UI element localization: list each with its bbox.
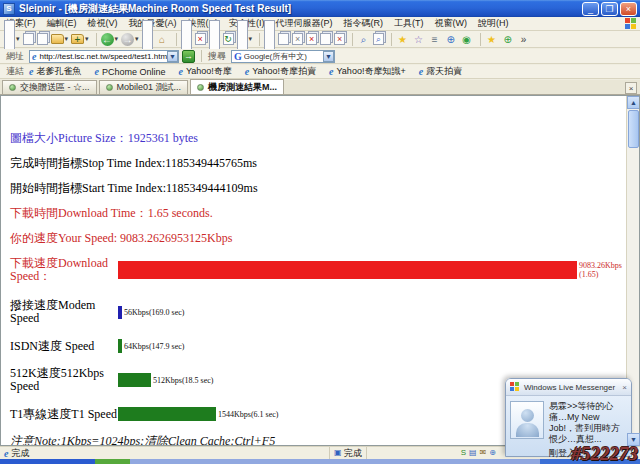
url-input[interactable]: e http://test.lsc.net.tw/speed/test1.htm… [29, 50, 179, 63]
speed-bar [118, 306, 122, 319]
link-item-0[interactable]: e老爹孔雀魚 [29, 65, 81, 78]
menu-item-7[interactable]: 指令碼(R) [344, 17, 384, 30]
status-text-left: 完成 [11, 447, 29, 460]
link-item-1[interactable]: ePChome Online [94, 66, 165, 77]
link-item-4[interactable]: eYahoo!奇摩知識+ [329, 65, 406, 78]
sleipnir-app-icon: S [3, 3, 15, 15]
toolbar-overflow-button[interactable]: » [517, 32, 530, 47]
speed-bar [118, 261, 577, 279]
globe-status-icon[interactable]: ⊕ [489, 448, 496, 458]
result-line-4: 你的速度Your Speed: 9083.2626953125Kbps [10, 232, 639, 244]
new-folder-button[interactable]: +▾ [71, 32, 89, 47]
search-input[interactable]: G Google(所有中文) ▼ [231, 50, 335, 63]
links-bar: 連結 e老爹孔雀魚ePChome OnlineeYahoo!奇摩eYahoo!奇… [0, 65, 640, 79]
speed-bar-row-1: 撥接速度Modem Speed56Kbps(169.0 sec) [10, 299, 639, 325]
stop-all-button[interactable]: × [195, 32, 206, 47]
watermark-text: #522273 [572, 443, 639, 464]
tab-label: 機房測速結果M... [208, 81, 277, 94]
speed-value-sublabel: (1.65) [579, 270, 622, 279]
import-page-button[interactable]: ↑ [142, 32, 153, 47]
tab-1[interactable]: Mobile01 測試... [99, 80, 189, 94]
open-folder-button[interactable]: ▾ [51, 32, 69, 47]
globe-button[interactable]: ⊕ [444, 32, 457, 47]
link-item-2[interactable]: eYahoo!奇摩 [178, 65, 231, 78]
close-all-button[interactable]: × [306, 32, 317, 47]
search-pages-button[interactable]: ⌕ [373, 32, 384, 47]
dropdown-arrow-icon[interactable]: ▾ [16, 35, 20, 43]
close-tab-button[interactable]: × [264, 32, 275, 47]
tab-0[interactable]: 交換贈送區 - ☆... [2, 80, 97, 94]
speed-bar-label: ISDN速度 Speed [10, 340, 118, 353]
messenger-popup-header[interactable]: Windows Live Messenger × [506, 379, 631, 396]
messenger-close-icon[interactable]: × [622, 383, 627, 392]
search-pages-icon: ⌕ [373, 33, 384, 45]
duplicate-page-button[interactable] [23, 32, 34, 47]
refresh-all-button[interactable]: ↻ [223, 32, 234, 47]
close-down-button[interactable]: × [292, 32, 303, 47]
url-text: http://test.lsc.net.tw/speed/test1.html [39, 52, 167, 61]
compass-button[interactable]: ◉ [460, 32, 473, 47]
search-dropdown-icon[interactable]: ▼ [323, 51, 334, 62]
menu-item-1[interactable]: 編輯(E) [47, 17, 77, 30]
dropdown-arrow-icon[interactable]: ▾ [135, 35, 139, 43]
scroll-thumb[interactable] [628, 110, 639, 148]
forward-button[interactable]: →▾ [121, 32, 139, 47]
menu-item-6[interactable]: 代理伺服器(P) [276, 17, 333, 30]
menu-item-2[interactable]: 檢視(V) [88, 17, 118, 30]
home-button[interactable]: ⌂ [156, 32, 169, 47]
sleipnir-browser-window: S Sleipnir - [機房測速結果Machine Room Speed T… [0, 0, 640, 464]
messenger-message[interactable]: 易霖>>等待的心痛…My New Job!，書到用時方恨少…真想... [549, 401, 627, 445]
link-label: PChome Online [102, 67, 166, 77]
menu-item-8[interactable]: 工具(T) [394, 17, 424, 30]
cascade-alt-button[interactable] [320, 32, 331, 47]
stop-button[interactable]: × [181, 32, 192, 47]
dropdown-arrow-icon[interactable]: ▾ [115, 35, 119, 43]
favorites-tree-icon: ≡ [428, 33, 441, 46]
close-checked-button[interactable]: × [334, 32, 345, 47]
search-button[interactable]: ⌕ [357, 32, 370, 47]
add-favorite-button[interactable]: ★ [485, 32, 498, 47]
tab-close-icon[interactable]: × [625, 82, 637, 94]
tab-2[interactable]: 機房測速結果M... [190, 79, 284, 94]
url-dropdown-icon[interactable]: ▼ [167, 51, 178, 62]
toolbar-overflow-icon: » [517, 33, 530, 46]
buddy-avatar [510, 401, 544, 439]
link-item-3[interactable]: eYahoo!奇摩拍賣 [245, 65, 316, 78]
dropdown-arrow-icon[interactable]: ▾ [85, 35, 89, 43]
favorites-tree-button[interactable]: ≡ [428, 32, 441, 47]
stop-all-icon: × [195, 33, 206, 45]
go-button[interactable]: → [182, 50, 195, 63]
history-button[interactable]: ◔▾ [237, 32, 253, 47]
menu-item-10[interactable]: 說明(H) [478, 17, 509, 30]
scroll-up-icon[interactable]: ▲ [627, 96, 640, 109]
speed-bar-label: 下載速度Download Speed： [10, 257, 118, 283]
search-icon: ⌕ [357, 33, 370, 46]
forward-icon: → [121, 33, 134, 46]
add-globe-button[interactable]: ⊕ [501, 32, 514, 47]
speed-value: 64Kbps(147.9 sec) [124, 342, 184, 351]
back-icon: ← [101, 33, 114, 46]
tab-status-icon [9, 84, 16, 91]
refresh-button[interactable]: ↻ [209, 32, 220, 47]
new-page-button[interactable]: ▾ [4, 32, 20, 47]
tab-status-icon [106, 84, 113, 91]
restore-button[interactable]: ❐ [601, 2, 618, 16]
favorites-group-button[interactable]: ☆ [412, 32, 425, 47]
dropdown-arrow-icon[interactable]: ▾ [65, 35, 69, 43]
dropdown-arrow-icon[interactable]: ▾ [249, 35, 253, 43]
menu-item-9[interactable]: 視窗(W) [435, 17, 468, 30]
favorites-button[interactable]: ★ [396, 32, 409, 47]
close-button[interactable]: × [620, 2, 637, 16]
cascade-windows-button[interactable] [278, 32, 289, 47]
page-status-icon[interactable]: ▤ [469, 448, 477, 458]
link-item-5[interactable]: e露天拍賣 [419, 65, 462, 78]
back-button[interactable]: ←▾ [101, 32, 119, 47]
speed-bar-label: 撥接速度Modem Speed [10, 299, 118, 325]
mail-status-icon[interactable]: ✉ [480, 448, 487, 458]
script-status-icon[interactable]: S [461, 448, 466, 458]
close-down-icon: × [292, 33, 303, 45]
minimize-button[interactable]: _ [582, 2, 599, 16]
add-favorite-icon: ★ [485, 33, 498, 46]
ie-favicon: e [419, 66, 423, 77]
duplicate-all-button[interactable] [37, 32, 48, 47]
